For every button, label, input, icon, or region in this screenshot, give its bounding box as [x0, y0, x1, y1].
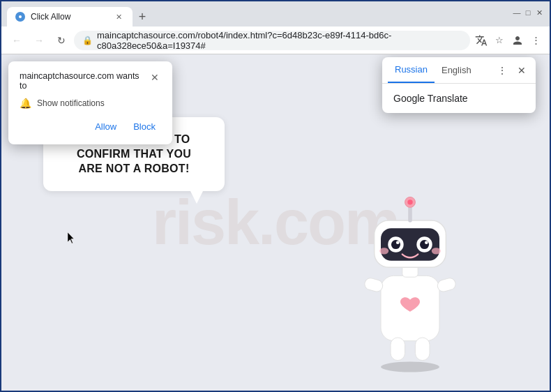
svg-point-16	[391, 240, 400, 249]
svg-point-20	[379, 248, 388, 254]
toolbar-icons: ☆ ⋮	[473, 32, 544, 49]
popup-close-button[interactable]: ✕	[149, 71, 161, 84]
translate-result: Google Translate	[393, 93, 468, 104]
title-bar: Click Allow ✕ + — □ ✕	[1, 1, 550, 27]
svg-point-21	[432, 248, 441, 254]
translate-icon[interactable]	[473, 32, 490, 49]
tab-favicon	[15, 12, 25, 22]
translate-tab-english[interactable]: English	[435, 58, 478, 82]
translate-tab-russian[interactable]: Russian	[388, 57, 435, 83]
maximize-button[interactable]: □	[523, 8, 533, 17]
svg-point-18	[396, 241, 400, 244]
lock-icon: 🔒	[82, 36, 93, 45]
translate-close-button[interactable]: ✕	[513, 62, 530, 79]
forward-button[interactable]: →	[29, 31, 49, 50]
bubble-line2: ARE NOT A ROBOT!	[78, 163, 189, 174]
window-controls: — □ ✕	[512, 8, 544, 17]
page-content: risk.com maincaptchasource.com wants to …	[1, 54, 550, 391]
robot-image	[340, 181, 480, 377]
chrome-window: Click Allow ✕ + — □ ✕ ← → ↻ 🔒 maincaptch…	[1, 1, 550, 391]
close-window-button[interactable]: ✕	[534, 8, 544, 17]
minimize-button[interactable]: —	[512, 8, 522, 17]
translate-popup: Russian English ⋮ ✕ Google Translate	[382, 57, 536, 113]
url-text: maincaptchasource.com/robot4/index.html?…	[97, 30, 462, 51]
active-tab[interactable]: Click Allow ✕	[7, 7, 133, 27]
svg-rect-7	[415, 338, 430, 361]
popup-notification-row: 🔔 Show notifications	[20, 98, 161, 109]
refresh-button[interactable]: ↻	[52, 31, 71, 50]
mouse-cursor	[68, 232, 76, 245]
popup-header: maincaptchasource.com wants to ✕	[20, 71, 161, 91]
translate-body: Google Translate	[382, 84, 536, 113]
account-icon[interactable]	[509, 32, 526, 49]
translate-more-button[interactable]: ⋮	[494, 62, 511, 79]
tab-title: Click Allow	[31, 12, 107, 22]
robot-container	[340, 181, 480, 377]
back-button[interactable]: ←	[7, 31, 27, 50]
address-bar-row: ← → ↻ 🔒 maincaptchasource.com/robot4/ind…	[1, 27, 550, 54]
svg-point-12	[407, 199, 412, 204]
svg-point-17	[420, 240, 429, 249]
svg-point-19	[425, 241, 428, 244]
notification-popup: maincaptchasource.com wants to ✕ 🔔 Show …	[8, 61, 172, 144]
translate-tabs: Russian English ⋮ ✕	[382, 57, 536, 84]
popup-buttons: Allow Block	[20, 119, 161, 135]
bell-icon: 🔔	[20, 98, 31, 109]
svg-rect-6	[391, 338, 405, 361]
bookmark-icon[interactable]: ☆	[491, 32, 508, 49]
new-tab-button[interactable]: +	[133, 7, 152, 27]
tab-close-button[interactable]: ✕	[113, 11, 124, 22]
more-button[interactable]: ⋮	[527, 32, 544, 49]
svg-point-2	[381, 362, 439, 372]
block-button[interactable]: Block	[128, 119, 161, 135]
notification-label: Show notifications	[37, 98, 105, 108]
address-field[interactable]: 🔒 maincaptchasource.com/robot4/index.htm…	[74, 31, 470, 50]
translate-icons-right: ⋮ ✕	[494, 62, 530, 79]
popup-title: maincaptchasource.com wants to	[20, 71, 149, 91]
svg-point-1	[19, 15, 22, 18]
tabs-area: Click Allow ✕ +	[7, 1, 512, 27]
allow-button[interactable]: Allow	[89, 119, 122, 135]
